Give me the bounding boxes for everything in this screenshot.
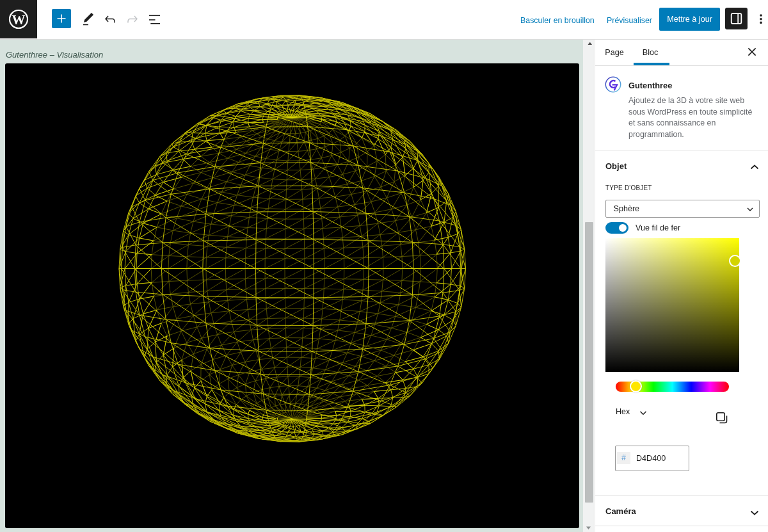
svg-text:W: W	[12, 12, 26, 28]
